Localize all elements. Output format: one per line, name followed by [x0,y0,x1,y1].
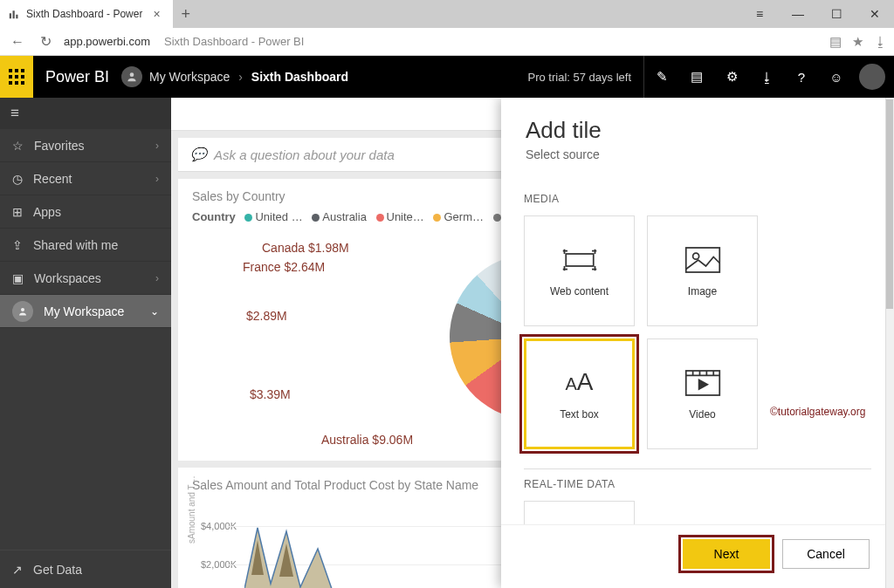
maximize-button[interactable]: ☐ [817,0,856,28]
svg-point-16 [692,253,698,259]
download-icon[interactable]: ⭳ [749,56,784,98]
svg-point-12 [130,72,134,77]
help-icon[interactable]: ? [784,56,819,98]
new-tab-button[interactable]: + [173,5,200,24]
nav-sidebar: ≡ ☆Favorites› ◷Recent› ⊞Apps ⇪Shared wit… [0,98,171,588]
chat-icon: 💬 [190,147,207,162]
svg-rect-5 [21,69,24,72]
stack-icon: ▣ [12,271,24,285]
tile-option-web-content[interactable]: Web content [524,215,635,326]
feedback-icon[interactable]: ☺ [819,56,854,98]
svg-rect-10 [15,81,18,85]
brand-label[interactable]: Power BI [33,68,121,86]
workspace-avatar-icon [121,66,142,87]
sidebar-item-favorites[interactable]: ☆Favorites› [0,129,171,162]
add-tile-panel: Add tile Select source MEDIA Web content… [501,98,894,588]
section-header-realtime: REAL-TIME DATA [524,478,871,490]
sidebar-item-my-workspace[interactable]: My Workspace⌄ [0,295,171,328]
watermark: ©tutorialgateway.org [770,406,865,418]
tile-option-text-box[interactable]: AA Text box [524,338,635,449]
download-icon[interactable]: ⭳ [874,34,887,50]
svg-rect-9 [9,81,12,85]
app-header: Power BI My Workspace › Sixth Dashboard … [0,56,894,98]
browser-tab[interactable]: Sixth Dashboard - Power × [0,0,173,28]
tile-option-image[interactable]: Image [647,215,758,326]
svg-rect-7 [15,75,18,79]
menu-icon[interactable]: ≡ [740,0,779,28]
chevron-right-icon: › [155,272,159,284]
apps-icon: ⊞ [12,205,23,219]
scrollbar[interactable] [885,98,894,588]
next-button[interactable]: Next [683,539,770,569]
svg-rect-4 [15,69,18,72]
back-button[interactable]: ← [7,32,28,51]
tile-option-video[interactable]: Video [647,338,758,449]
sidebar-item-shared[interactable]: ⇪Shared with me [0,229,171,262]
sidebar-item-workspaces[interactable]: ▣Workspaces› [0,262,171,295]
dashboard-canvas: ＋Add tile 📈Usage metrics ⇆View relat 💬As… [171,98,894,588]
edit-icon[interactable]: ✎ [644,56,679,98]
reload-button[interactable]: ↻ [37,31,55,51]
tile-option-realtime-partial[interactable] [524,501,635,524]
panel-subtitle: Select source [526,147,870,161]
url-path: Sixth Dashboard - Power BI [164,35,304,48]
svg-rect-3 [9,69,12,72]
chevron-down-icon: ⌄ [150,305,159,318]
browser-titlebar: Sixth Dashboard - Power × + ≡ — ☐ ✕ [0,0,894,28]
svg-rect-0 [10,13,11,18]
chevron-right-icon: › [155,173,159,185]
svg-point-13 [21,308,24,311]
svg-rect-6 [9,75,12,79]
sidebar-item-apps[interactable]: ⊞Apps [0,195,171,229]
star-icon: ☆ [12,139,24,153]
avatar-icon [12,301,33,322]
reader-icon[interactable]: ▤ [829,34,842,50]
svg-rect-15 [685,248,719,272]
minimize-button[interactable]: — [779,0,817,28]
comment-icon[interactable]: ▤ [679,56,714,98]
trial-status: Pro trial: 57 days left [516,56,645,98]
panel-title: Add tile [526,117,870,144]
svg-rect-2 [16,15,17,19]
chart-icon [9,9,19,19]
clock-icon: ◷ [12,172,23,186]
svg-rect-11 [21,81,24,85]
browser-address-bar: ← ↻ app.powerbi.com Sixth Dashboard - Po… [0,28,894,56]
share-icon: ⇪ [12,238,23,252]
tab-title: Sixth Dashboard - Power [26,8,142,20]
arrow-icon: ↗ [12,563,23,577]
sidebar-toggle[interactable]: ≡ [0,98,171,129]
svg-rect-1 [13,10,15,18]
bookmark-icon[interactable]: ★ [852,34,863,50]
app-launcher-button[interactable] [0,56,33,98]
svg-rect-8 [21,75,24,79]
close-window-button[interactable]: ✕ [856,0,894,28]
tab-close-button[interactable]: × [149,7,163,21]
svg-rect-14 [566,254,594,266]
breadcrumb[interactable]: My Workspace › Sixth Dashboard [149,70,348,84]
get-data-button[interactable]: ↗Get Data [0,550,171,588]
url-host[interactable]: app.powerbi.com [64,35,150,48]
user-avatar[interactable] [859,64,885,90]
cancel-button[interactable]: Cancel [782,539,870,569]
chevron-right-icon: › [155,140,159,152]
section-header-media: MEDIA [524,193,871,205]
sidebar-item-recent[interactable]: ◷Recent› [0,162,171,195]
settings-icon[interactable]: ⚙ [714,56,749,98]
